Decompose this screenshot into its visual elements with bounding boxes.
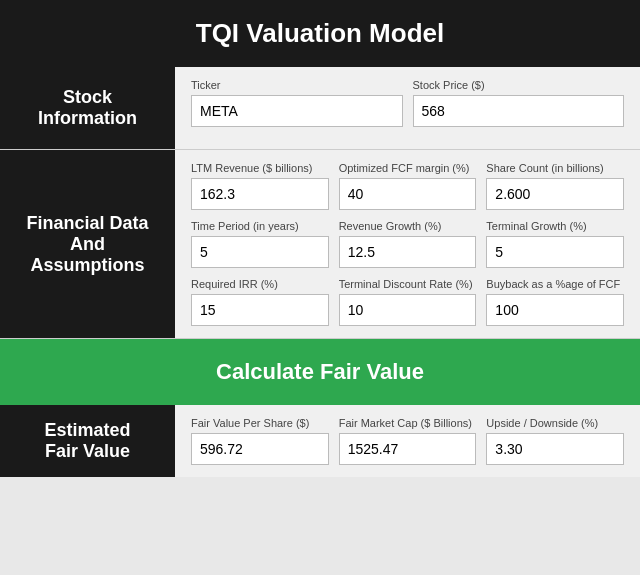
fair-value-per-share-group: Fair Value Per Share ($) [191, 417, 329, 465]
financial-row-1: LTM Revenue ($ billions) Optimized FCF m… [191, 162, 624, 210]
fair-market-cap-group: Fair Market Cap ($ Billions) [339, 417, 477, 465]
stock-price-group: Stock Price ($) [413, 79, 625, 127]
ltm-revenue-group: LTM Revenue ($ billions) [191, 162, 329, 210]
financial-section-label: Financial Data And Assumptions [0, 150, 175, 338]
header: TQI Valuation Model [0, 0, 640, 67]
stock-section: Stock Information Ticker Stock Price ($) [0, 67, 640, 150]
buyback-label: Buyback as a %age of FCF [486, 278, 624, 290]
stock-price-label: Stock Price ($) [413, 79, 625, 91]
terminal-growth-group: Terminal Growth (%) [486, 220, 624, 268]
estimated-fields: Fair Value Per Share ($) Fair Market Cap… [175, 405, 640, 477]
terminal-growth-label: Terminal Growth (%) [486, 220, 624, 232]
revenue-growth-label: Revenue Growth (%) [339, 220, 477, 232]
ticker-label: Ticker [191, 79, 403, 91]
fair-market-cap-label: Fair Market Cap ($ Billions) [339, 417, 477, 429]
fcf-margin-label: Optimized FCF margin (%) [339, 162, 477, 174]
required-irr-input[interactable] [191, 294, 329, 326]
fcf-margin-group: Optimized FCF margin (%) [339, 162, 477, 210]
time-period-input[interactable] [191, 236, 329, 268]
terminal-discount-label: Terminal Discount Rate (%) [339, 278, 477, 290]
stock-fields: Ticker Stock Price ($) [175, 67, 640, 149]
share-count-group: Share Count (in billions) [486, 162, 624, 210]
revenue-growth-group: Revenue Growth (%) [339, 220, 477, 268]
upside-downside-input[interactable] [486, 433, 624, 465]
financial-fields: LTM Revenue ($ billions) Optimized FCF m… [175, 150, 640, 338]
stock-price-input[interactable] [413, 95, 625, 127]
share-count-label: Share Count (in billions) [486, 162, 624, 174]
fair-value-per-share-input[interactable] [191, 433, 329, 465]
share-count-input[interactable] [486, 178, 624, 210]
calculate-button[interactable]: Calculate Fair Value [0, 339, 640, 405]
ltm-revenue-label: LTM Revenue ($ billions) [191, 162, 329, 174]
stock-fields-row: Ticker Stock Price ($) [191, 79, 624, 127]
upside-downside-group: Upside / Downside (%) [486, 417, 624, 465]
ltm-revenue-input[interactable] [191, 178, 329, 210]
financial-section: Financial Data And Assumptions LTM Reven… [0, 150, 640, 339]
ticker-group: Ticker [191, 79, 403, 127]
buyback-group: Buyback as a %age of FCF [486, 278, 624, 326]
app-title: TQI Valuation Model [196, 18, 444, 48]
revenue-growth-input[interactable] [339, 236, 477, 268]
time-period-group: Time Period (in years) [191, 220, 329, 268]
terminal-growth-input[interactable] [486, 236, 624, 268]
stock-section-label: Stock Information [0, 67, 175, 149]
time-period-label: Time Period (in years) [191, 220, 329, 232]
ticker-input[interactable] [191, 95, 403, 127]
estimated-section-label: Estimated Fair Value [0, 405, 175, 477]
estimated-section: Estimated Fair Value Fair Value Per Shar… [0, 405, 640, 477]
terminal-discount-input[interactable] [339, 294, 477, 326]
required-irr-label: Required IRR (%) [191, 278, 329, 290]
upside-downside-label: Upside / Downside (%) [486, 417, 624, 429]
fair-market-cap-input[interactable] [339, 433, 477, 465]
fair-value-per-share-label: Fair Value Per Share ($) [191, 417, 329, 429]
financial-row-2: Time Period (in years) Revenue Growth (%… [191, 220, 624, 268]
required-irr-group: Required IRR (%) [191, 278, 329, 326]
financial-row-3: Required IRR (%) Terminal Discount Rate … [191, 278, 624, 326]
fcf-margin-input[interactable] [339, 178, 477, 210]
terminal-discount-group: Terminal Discount Rate (%) [339, 278, 477, 326]
buyback-input[interactable] [486, 294, 624, 326]
